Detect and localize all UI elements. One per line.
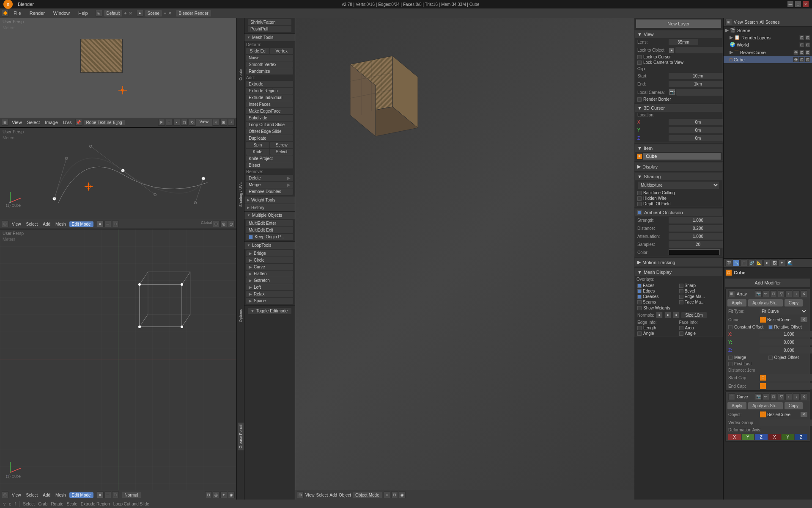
new-layer-btn[interactable]: New Layer xyxy=(636,19,721,28)
loop-cut-btn[interactable]: Loop Cut and Slide xyxy=(246,121,293,128)
mesh-vp-select[interactable]: Select xyxy=(316,493,328,497)
bezier-curve-item[interactable]: ▶ ⌒ BezierCurve 👁 ⊡ ⊡ xyxy=(724,48,812,56)
mesh-vp-add[interactable]: Add xyxy=(329,493,337,497)
loop-space-btn[interactable]: ▶ Space xyxy=(246,298,293,304)
lens-input[interactable] xyxy=(669,39,698,45)
mod-expand-icon[interactable]: ▽ xyxy=(778,290,785,297)
knife-project-btn[interactable]: Knife Project xyxy=(246,155,293,162)
props-tab-data[interactable]: 📐 xyxy=(756,260,763,266)
subdivide-btn[interactable]: Subdivide xyxy=(246,115,293,121)
select-btn[interactable]: Select xyxy=(270,149,294,155)
inset-faces-btn[interactable]: Inset Faces xyxy=(246,101,293,108)
loop-circle-btn[interactable]: ▶ Circle xyxy=(246,257,293,263)
obj-offset-cb[interactable] xyxy=(768,356,773,360)
curve-mod-up[interactable]: ↑ xyxy=(785,393,792,400)
ao-section-header[interactable]: Ambient Occlusion xyxy=(635,209,722,216)
edges-cb[interactable] xyxy=(637,289,642,293)
mod-down-icon[interactable]: ↓ xyxy=(793,290,800,297)
normals-size[interactable] xyxy=(681,312,707,318)
mesh-vp-view[interactable]: View xyxy=(305,493,315,497)
uv-extra3[interactable]: + xyxy=(228,119,235,126)
face-area-cb[interactable] xyxy=(679,326,683,330)
multiple-objects-header[interactable]: ▼ Multiple Objects xyxy=(244,212,295,219)
offset-edge-btn[interactable]: Offset Edge Slide xyxy=(246,128,293,135)
uv-toolbar-icon2[interactable]: + xyxy=(166,119,173,126)
deform-yneg-btn[interactable]: Y xyxy=(782,434,794,440)
mod-up-icon[interactable]: ↑ xyxy=(785,290,792,297)
normals-both-icon[interactable]: ● xyxy=(673,312,680,318)
shading-mode-select[interactable]: Multitexture xyxy=(638,182,719,189)
deform-zneg-btn[interactable]: Z xyxy=(795,434,808,440)
outliner-search[interactable]: Search xyxy=(745,20,758,25)
backface-cb[interactable] xyxy=(637,191,642,195)
mod-cage-icon[interactable]: □ xyxy=(770,290,777,297)
prop-icon[interactable]: ◎ xyxy=(220,221,227,227)
minimize-btn[interactable]: — xyxy=(787,1,793,7)
history-header[interactable]: ▶ History xyxy=(244,204,295,211)
dof-cb[interactable] xyxy=(637,202,642,206)
scene-dropdown[interactable]: Scene xyxy=(145,10,162,17)
props-tab-physics[interactable]: 🌊 xyxy=(786,260,793,266)
bc-icon3[interactable]: ⊡ xyxy=(805,50,810,55)
scene-root-item[interactable]: ▶ 🎬 Scene xyxy=(724,27,812,34)
knife-btn[interactable]: Knife xyxy=(246,149,269,155)
loop-tools-header[interactable]: ▼ LoopTools xyxy=(244,242,295,249)
array-copy-btn[interactable]: Copy xyxy=(785,299,803,306)
vp-prop2[interactable]: ◎ xyxy=(213,491,219,498)
edge-length-cb[interactable] xyxy=(637,326,642,330)
vp-bottom-select[interactable]: Select xyxy=(25,492,40,498)
mesh-vp-object[interactable]: Object xyxy=(339,493,351,497)
keep-origin-btn[interactable]: Keep Origin P... xyxy=(246,234,293,240)
make-edge-face-btn[interactable]: Make Edge/Face xyxy=(246,108,293,114)
vp-bottom-add[interactable]: Add xyxy=(41,492,52,498)
cube-icon3[interactable]: ⊡ xyxy=(805,57,810,62)
render-border-cb[interactable] xyxy=(637,97,642,102)
props-tab-material[interactable]: ● xyxy=(763,260,770,266)
ao-strength[interactable] xyxy=(669,217,723,224)
curve-mod-render[interactable]: 📷 xyxy=(755,393,762,400)
shading-section-header[interactable]: ▼ Shading xyxy=(635,173,722,180)
vp-bottom-mesh[interactable]: Mesh xyxy=(54,492,67,498)
local-camera-input[interactable] xyxy=(676,89,723,96)
texture-name[interactable]: Rope-Texture-6.jpg xyxy=(84,120,125,125)
extrude-region-btn[interactable]: Extrude Region xyxy=(246,88,293,94)
face-mode[interactable]: □ xyxy=(112,221,119,227)
remove-doubles-btn[interactable]: Remove Doubles xyxy=(246,188,293,195)
mod-close-icon[interactable]: ✕ xyxy=(801,290,807,297)
lock-cursor-cb[interactable] xyxy=(637,55,642,59)
uv-view-btn[interactable]: View xyxy=(196,119,212,126)
mesh-display-header[interactable]: ▼ Mesh Display xyxy=(635,268,722,276)
uv-image-menu[interactable]: Image xyxy=(43,119,60,125)
close-btn[interactable]: ✕ xyxy=(803,1,809,7)
uv-select-menu[interactable]: Select xyxy=(25,119,42,125)
creases-cb[interactable] xyxy=(637,295,642,299)
outliner-view[interactable]: View xyxy=(734,20,743,25)
edit-top-select[interactable]: Select xyxy=(25,221,40,227)
noise-btn[interactable]: Noise xyxy=(246,55,293,61)
strip-options[interactable]: Options xyxy=(238,307,244,324)
faces-cb[interactable] xyxy=(637,284,642,288)
deform-xneg-btn[interactable]: X xyxy=(768,434,781,440)
curve-copy-btn[interactable]: Copy xyxy=(785,402,803,409)
bc-icon1[interactable]: 👁 xyxy=(793,50,798,55)
mod-edit-icon[interactable]: ✏ xyxy=(763,290,769,297)
shrink-flatten-btn[interactable]: Shrink/Fatten xyxy=(248,19,291,25)
loop-gstretch-btn[interactable]: ▶ Gstretch xyxy=(246,277,293,284)
edge-angle-cb[interactable] xyxy=(637,331,642,336)
bc-icon2[interactable]: ⊡ xyxy=(799,50,804,55)
rl-icon1[interactable]: ⊡ xyxy=(799,35,804,40)
cube-icon1[interactable]: 👁 xyxy=(793,57,798,62)
props-tab-render[interactable]: 🎬 xyxy=(725,260,732,266)
strip-shading[interactable]: Shading / UVs xyxy=(238,181,244,209)
loop-curve-btn[interactable]: ▶ Curve xyxy=(246,264,293,270)
loop-relax-btn[interactable]: ▶ Relax xyxy=(246,291,293,297)
curve-mod-close[interactable]: ✕ xyxy=(801,393,807,400)
ao-cb[interactable] xyxy=(637,210,642,215)
start-cap-input[interactable] xyxy=(767,374,812,381)
loop-bridge-btn[interactable]: ▶ Bridge xyxy=(246,250,293,257)
ao-samples[interactable] xyxy=(669,241,723,248)
render-layers-item[interactable]: ▶ 📋 RenderLayers ⊡ ⊡ xyxy=(724,34,812,41)
end-cap-input[interactable] xyxy=(767,383,812,389)
hidden-wire-cb[interactable] xyxy=(637,196,642,201)
edit-mode-btn[interactable]: Edit Mode xyxy=(69,221,93,227)
